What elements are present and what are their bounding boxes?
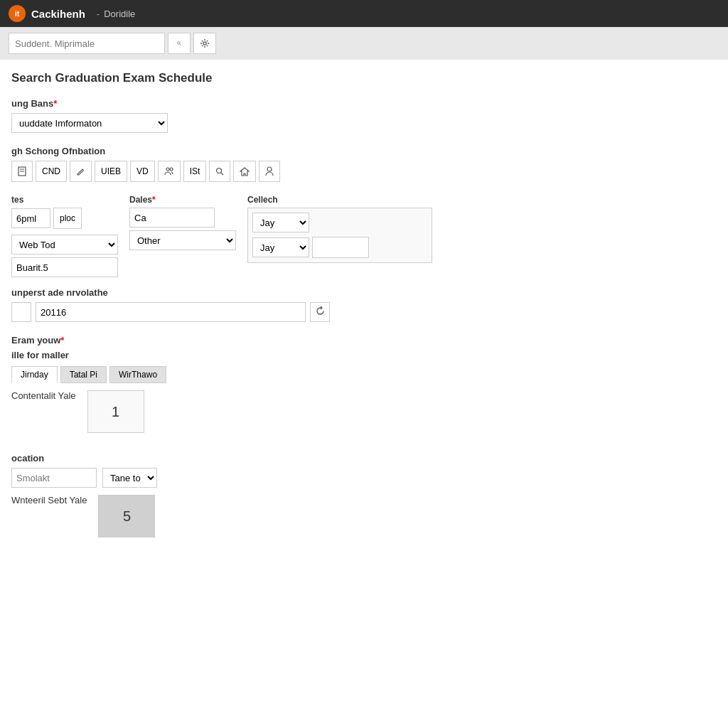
gram-section: Eram youw* ille for maller Jirnday Tatal…: [11, 335, 717, 440]
refresh-icon: [316, 306, 325, 316]
unperst-input[interactable]: [36, 302, 306, 322]
buarit-input[interactable]: [11, 257, 118, 277]
gram-tab-wirthawo[interactable]: WirThawo: [109, 366, 166, 383]
young-bans-dropdown[interactable]: uuddate Imformaton: [11, 113, 168, 133]
high-school-toolbar: CND UIEB VD ISt: [11, 161, 717, 182]
toolbar-btn-home[interactable]: [233, 161, 256, 182]
search-input[interactable]: [9, 33, 165, 54]
web-tod-dropdown[interactable]: Web Tod: [11, 235, 118, 255]
unperst-tag-btn[interactable]: oc: [11, 302, 31, 322]
toolbar-btn-person[interactable]: [259, 161, 280, 182]
edit-icon: [76, 167, 85, 176]
title-separator: -: [97, 9, 100, 19]
location-counter-row: Wnteeril Sebt Yale 5: [11, 495, 717, 537]
cellech-dropdown2[interactable]: Jay: [252, 237, 309, 257]
settings-button[interactable]: [193, 33, 216, 54]
location-counter: 5: [98, 495, 155, 537]
ttes-label: tes: [11, 195, 118, 205]
gram-tab-tatal[interactable]: Tatal Pi: [60, 366, 107, 383]
location-label: ocation: [11, 453, 717, 464]
people-icon: [164, 167, 174, 176]
app-title: Cackihenh: [31, 8, 85, 20]
unperst-label: unperst ade nrvolathe: [11, 287, 717, 298]
toolbar-btn-people[interactable]: [158, 161, 181, 182]
location-row: Tane to: [11, 468, 717, 488]
svg-point-7: [170, 168, 173, 171]
gram-label: Eram youw*: [11, 335, 717, 346]
toolbar-btn-icon1[interactable]: [11, 161, 33, 182]
location-field1[interactable]: [11, 468, 97, 488]
person-icon: [265, 166, 274, 176]
searchbar: [0, 27, 728, 60]
svg-line-1: [180, 44, 181, 46]
search-small-icon: [215, 167, 224, 176]
topbar: it Cackihenh - Doridile: [0, 0, 728, 27]
toolbar-btn-ist[interactable]: ISt: [183, 161, 207, 182]
young-bans-label: ung Bans*: [11, 98, 717, 109]
dales-dropdown[interactable]: Other Ca: [129, 230, 236, 250]
form-main-row: tes ploc Web Tod Dales* Other: [11, 195, 717, 277]
logo: it: [9, 5, 26, 22]
toolbar-btn-cnd[interactable]: CND: [36, 161, 67, 182]
location-sub-label: Wnteeril Sebt Yale: [11, 495, 87, 505]
toolbar-btn-vd[interactable]: VD: [130, 161, 155, 182]
toolbar-btn-uieb[interactable]: UIEB: [95, 161, 127, 182]
dales-input[interactable]: [129, 208, 215, 228]
location-dropdown[interactable]: Tane to: [102, 468, 157, 488]
toolbar-btn-search[interactable]: [209, 161, 230, 182]
page-title: Search Graduation Exam Schedule: [11, 71, 717, 85]
svg-point-6: [166, 168, 169, 171]
svg-point-0: [178, 42, 180, 44]
dales-label: Dales*: [129, 195, 236, 205]
ttes-group: tes ploc Web Tod: [11, 195, 118, 277]
cellech-textarea[interactable]: [312, 237, 369, 258]
ttes-input[interactable]: [11, 208, 50, 228]
high-school-section: gh Schong Ofnbation CND UIEB VD ISt: [11, 146, 717, 182]
gram-tabs: Jirnday Tatal Pi WirThawo: [11, 366, 717, 383]
young-bans-section: ung Bans* uuddate Imformaton: [11, 98, 717, 133]
gram-content-label: Contentalit Yale: [11, 390, 76, 401]
gram-tab-jirnday[interactable]: Jirnday: [11, 366, 58, 383]
svg-point-10: [267, 167, 272, 171]
unperst-refresh-btn[interactable]: [310, 302, 330, 322]
gear-icon: [200, 38, 210, 48]
app-subtitle: Doridile: [104, 9, 135, 19]
cellech-dropdown1[interactable]: Jay: [252, 213, 309, 232]
location-section: ocation Tane to Wnteeril Sebt Yale 5: [11, 453, 717, 537]
document-icon: [18, 166, 26, 176]
gram-counter: 1: [87, 390, 144, 433]
gram-sub-label: ille for maller: [11, 350, 717, 360]
gram-content: Contentalit Yale 1: [11, 390, 717, 440]
high-school-label: gh Schong Ofnbation: [11, 146, 717, 156]
main-content: Search Graduation Exam Schedule ung Bans…: [0, 60, 728, 728]
svg-point-8: [217, 168, 222, 173]
plot-button[interactable]: ploc: [53, 208, 82, 229]
cellech-label: Cellech: [247, 195, 432, 205]
home-icon: [240, 167, 250, 176]
unperst-section: unperst ade nrvolathe oc: [11, 287, 717, 322]
toolbar-btn-edit[interactable]: [70, 161, 92, 182]
unperst-row: oc: [11, 302, 717, 322]
cellech-group: Cellech Jay Jay: [247, 195, 432, 263]
svg-point-2: [203, 42, 206, 45]
svg-line-9: [221, 173, 224, 176]
search-button[interactable]: [168, 33, 191, 54]
dales-group: Dales* Other Ca: [129, 195, 236, 250]
search-icon: [177, 38, 181, 48]
